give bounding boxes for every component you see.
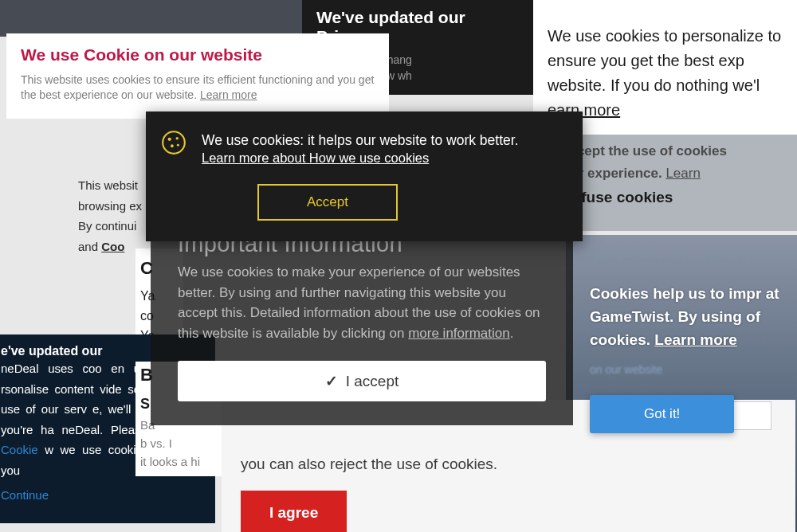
yellow-accept-banner: We use cookies: it helps our website to … — [146, 111, 583, 241]
text-frag: This websit — [78, 178, 138, 192]
body-text: We use cookies: it helps our website to … — [202, 132, 559, 149]
cookie-icon — [160, 129, 187, 156]
text-line: loping and required to achieve th — [590, 252, 797, 269]
button-label: I accept — [346, 373, 399, 389]
svg-point-0 — [163, 131, 185, 154]
banner-title: We use Cookie on our website — [21, 45, 375, 65]
text-frag: b vs. I — [140, 436, 172, 450]
body-text: This website uses cookies to ensure its … — [21, 73, 374, 101]
body-text: you can also reject the use of cookies. — [241, 456, 776, 473]
accept-button[interactable]: Accept — [257, 184, 398, 221]
text-frag: and — [78, 240, 101, 253]
cookie-fragment-left: This websit browsing ex By continui and … — [78, 175, 150, 256]
learn-more-link[interactable]: Learn more — [200, 88, 257, 101]
i-accept-button[interactable]: ✓I accept — [178, 361, 546, 401]
gametwist-cookie-banner: loping and required to achieve th Cookie… — [590, 247, 797, 433]
learn-more-link[interactable]: Learn more — [654, 331, 736, 348]
learn-more-link[interactable]: Learn more about How we use cookies — [202, 151, 429, 166]
more-information-link[interactable]: more information — [408, 326, 510, 341]
body-text: We use cookies to personalize to ensure … — [548, 27, 781, 94]
got-it-button[interactable]: Got it! — [590, 395, 734, 433]
refuse-cookies-button[interactable]: Refuse cookies — [562, 185, 797, 209]
link-frag[interactable]: Coo — [101, 240, 124, 253]
checkmark-icon: ✓ — [325, 372, 338, 390]
i-agree-button[interactable]: I agree — [241, 491, 347, 532]
learn-link[interactable]: Learn — [665, 166, 700, 181]
text-frag: browsing ex — [78, 199, 142, 213]
text-line: on our website — [590, 363, 797, 376]
body-text: Cookies help us to impr at — [590, 285, 779, 302]
svg-point-3 — [171, 144, 174, 147]
text-line: accept the use of cookies — [562, 140, 797, 162]
cookie-banner-accept-refuse: accept the use of cookies our experience… — [562, 140, 797, 209]
svg-point-1 — [168, 138, 171, 141]
svg-point-4 — [177, 144, 179, 147]
continue-link[interactable]: Continue — [1, 485, 49, 506]
cookie-policy-link[interactable]: Cookie — [1, 443, 38, 456]
important-info-banner: Important Information We use cookies to … — [151, 223, 573, 425]
text-frag: By continui — [78, 219, 136, 233]
svg-point-2 — [176, 137, 179, 139]
cookie-banner-simple: We use Cookie on our website This websit… — [6, 33, 389, 119]
brand-name: GameTwist — [590, 308, 669, 325]
text-frag: it looks a hi — [140, 455, 200, 468]
